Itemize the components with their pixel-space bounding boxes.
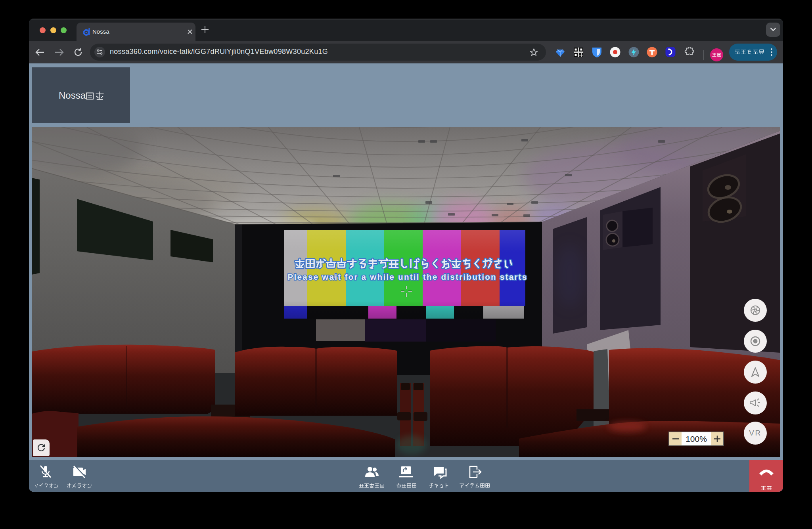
svg-text:Please wait for a while until: Please wait for a while until the distri… bbox=[288, 272, 528, 281]
svg-text:100%: 100% bbox=[686, 434, 707, 443]
